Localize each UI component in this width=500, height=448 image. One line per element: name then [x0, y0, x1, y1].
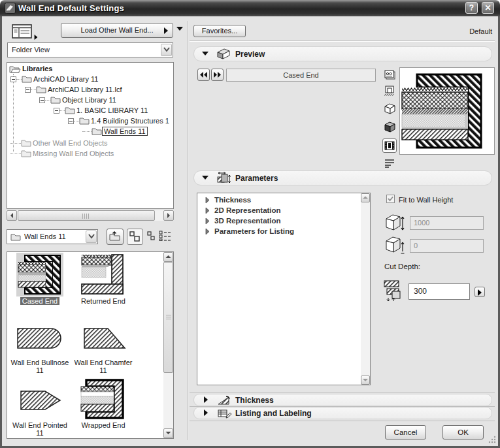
preview-2d-symbol-icon[interactable] [384, 70, 395, 80]
thumbnail-label[interactable]: Wall End Chamfer 11 [73, 359, 133, 374]
cut-depth-field[interactable]: 300 [408, 283, 470, 300]
list-view-button[interactable] [159, 231, 172, 243]
collapse-expander-icon[interactable] [10, 76, 16, 82]
fit-to-wall-height-checkbox[interactable] [386, 195, 395, 203]
folder-icon [36, 86, 46, 93]
scroll-up-icon[interactable] [361, 193, 370, 202]
preview-image[interactable] [399, 67, 495, 155]
expand-arrow-icon[interactable] [205, 207, 210, 214]
scroll-down-icon[interactable] [361, 376, 370, 385]
thumbnail-wall-end-chamfer[interactable] [83, 327, 126, 350]
window-title: Wall End Default Settings [18, 3, 124, 13]
up-one-level-button[interactable] [107, 229, 124, 245]
preview-plan-view-icon[interactable] [384, 86, 395, 96]
thumbnail-label[interactable]: Returned End [78, 297, 128, 305]
tree-item-libraries[interactable]: Libraries [9, 63, 54, 74]
preview-3d-wireframe-icon[interactable] [384, 103, 396, 114]
previous-item-button[interactable] [197, 69, 210, 81]
prev-item-icon [199, 71, 208, 79]
collapse-triangle-icon[interactable] [202, 52, 208, 56]
close-button[interactable]: ✕ [482, 2, 494, 14]
preview-section-icon [216, 48, 231, 60]
folder-icon [10, 233, 21, 241]
preview-section-view-button[interactable] [382, 138, 397, 153]
next-item-button[interactable] [211, 69, 224, 81]
folder-icon [65, 106, 75, 114]
preview-3d-shaded-icon[interactable] [384, 121, 396, 133]
collapse-triangle-icon[interactable] [202, 176, 208, 180]
thumbnail-wrapped-end[interactable] [80, 379, 124, 419]
scroll-down-icon[interactable] [163, 428, 173, 438]
collapse-expander-icon[interactable] [25, 87, 31, 93]
folder-icon [50, 96, 61, 104]
folder-icon [22, 75, 32, 83]
thumbnail-cased-end[interactable] [16, 253, 63, 296]
collapse-expander-icon[interactable] [39, 97, 45, 103]
param-group-3d-representation[interactable]: 3D Representation [205, 217, 281, 225]
height-field[interactable]: 1000 [410, 216, 484, 230]
scroll-right-icon[interactable] [163, 210, 174, 221]
tree-item-archicad-lcf[interactable]: ArchiCAD Library 11.lcf [25, 84, 124, 95]
default-label: Default [427, 27, 492, 35]
tree-item-building-structures[interactable]: 1.4 Building Structures 1 [68, 116, 171, 126]
scroll-left-icon[interactable] [7, 210, 17, 221]
fit-to-wall-height-label: Fit to Wall Height [399, 196, 453, 204]
thumbnail-wall-end-pointed[interactable] [20, 389, 61, 412]
panel-collapse-icon[interactable] [176, 27, 183, 31]
parameters-vscrollbar[interactable] [361, 193, 370, 385]
current-folder-combo[interactable]: Wall Ends 11 [7, 229, 98, 244]
expand-arrow-icon[interactable] [205, 197, 210, 204]
flyout-arrow-icon [35, 35, 38, 40]
hscroll-thumb[interactable] [18, 210, 155, 221]
cut-depth-label: Cut Depth: [384, 263, 420, 270]
folder-icon [21, 139, 31, 147]
flyout-arrow-icon [164, 27, 168, 34]
tree-item-object-library[interactable]: Object Library 11 [39, 95, 118, 105]
favorites-button[interactable]: Favorites... [193, 25, 246, 37]
scroll-up-icon[interactable] [163, 252, 173, 262]
small-icons-view-icon [146, 231, 156, 241]
dialog-scheme-icon[interactable] [12, 24, 33, 39]
expand-triangle-icon[interactable] [204, 396, 208, 403]
cancel-button[interactable]: Cancel [385, 425, 426, 440]
thickness-section-icon [217, 395, 231, 406]
expand-triangle-icon[interactable] [204, 409, 208, 416]
thumbnail-label[interactable]: Wrapped End [78, 421, 128, 429]
tree-item-other-wall-end[interactable]: Other Wall End Objects [10, 138, 109, 148]
elevation-field[interactable]: 0 [410, 239, 484, 253]
param-group-2d-representation[interactable]: 2D Representation [205, 206, 281, 214]
help-button[interactable]: ? [465, 2, 478, 14]
load-other-button[interactable]: Load Other Wall End... [61, 23, 173, 38]
tree-item-archicad-library[interactable]: ArchiCAD Library 11 [10, 74, 99, 84]
tree-item-basic-library[interactable]: 1. BASIC LIBRARY 11 [54, 105, 149, 116]
preview-info-icon[interactable] [384, 159, 395, 168]
chevron-down-icon[interactable] [161, 44, 172, 56]
tree-item-wall-ends[interactable]: Wall Ends 11 [82, 126, 148, 136]
vscroll-thumb[interactable] [163, 262, 173, 373]
chevron-down-icon[interactable] [86, 231, 97, 243]
resize-grip[interactable] [488, 435, 497, 444]
tree-item-missing-wall-end[interactable]: Missing Wall End Objects [10, 148, 115, 159]
ok-button[interactable]: OK [442, 425, 484, 440]
parameters-section-icon [216, 172, 232, 185]
folder-icon [92, 127, 102, 135]
thumbnail-label[interactable]: Cased End [17, 297, 63, 305]
thumbnail-label[interactable]: Wall End Pointed 11 [8, 421, 71, 437]
collapse-expander-icon[interactable] [54, 108, 59, 114]
thumbnail-label[interactable]: Wall End Bullnose 11 [8, 359, 71, 374]
param-group-parameters-for-listing[interactable]: Parameters for Listing [205, 227, 294, 235]
expand-arrow-icon[interactable] [205, 217, 210, 225]
thumbnail-wall-end-bullnose[interactable] [16, 327, 63, 350]
cut-depth-flyout-button[interactable] [475, 287, 485, 297]
film-strip-icon [384, 141, 395, 150]
collapse-expander-icon[interactable] [68, 118, 74, 124]
object-name-field: Cased End [226, 69, 376, 82]
large-icons-view-button[interactable] [127, 229, 143, 245]
expand-arrow-icon[interactable] [205, 228, 210, 235]
param-group-thickness[interactable]: Thickness [205, 196, 251, 204]
folder-view-combo[interactable]: Folder View [7, 42, 173, 57]
folder-up-icon [109, 231, 121, 242]
thumbnail-returned-end[interactable] [81, 253, 125, 295]
next-item-icon [212, 71, 222, 79]
small-icons-view-button[interactable] [146, 231, 157, 243]
